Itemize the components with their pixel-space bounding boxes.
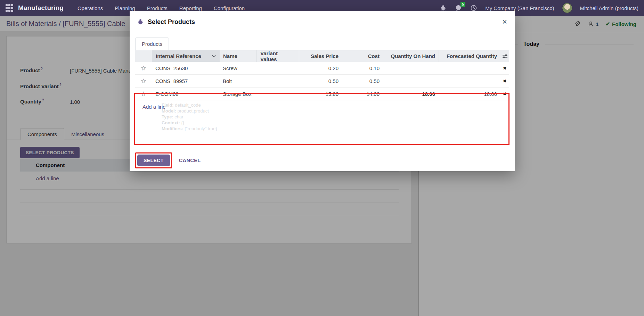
cancel-button[interactable]: CANCEL (179, 158, 201, 163)
favorite-star-icon[interactable]: ☆ (135, 64, 152, 72)
screen: Manufacturing Operations Planning Produc… (0, 0, 644, 316)
dialog-header: Select Products × (130, 11, 515, 33)
remove-row-icon[interactable]: ✖ (500, 78, 509, 84)
cell-internal-reference[interactable]: CONS_25630 (152, 65, 219, 71)
debug-bug-icon[interactable] (439, 4, 447, 12)
cell-internal-reference[interactable]: CONS_89957 (152, 78, 219, 84)
add-a-line-link[interactable]: Add a line (135, 100, 509, 113)
cell-sales-price[interactable]: 0.50 (299, 78, 342, 84)
col-cost[interactable]: Cost (342, 50, 383, 62)
select-products-dialog: Select Products × Products Internal Refe… (130, 11, 515, 171)
main-menu: Operations Planning Products Reporting C… (78, 5, 245, 11)
user-avatar[interactable] (562, 3, 572, 13)
cell-name[interactable]: Screw (219, 65, 256, 71)
cell-forecasted-quantity[interactable]: 18.00 (439, 91, 500, 97)
table-row[interactable]: ☆ CONS_25630 Screw 0.20 0.10 ✖ (135, 62, 509, 75)
company-switcher[interactable]: My Company (San Francisco) (485, 5, 554, 11)
activities-clock-icon[interactable] (470, 4, 478, 12)
dialog-tabs: Products (135, 38, 509, 50)
cell-cost[interactable]: 0.50 (342, 78, 383, 84)
cell-internal-reference[interactable]: E-COM08 (152, 91, 219, 97)
debug-bug-icon (137, 19, 144, 25)
col-sales-price[interactable]: Sales Price (299, 50, 342, 62)
menu-planning[interactable]: Planning (115, 5, 135, 11)
cell-quantity-on-hand[interactable]: 18.00 (383, 91, 439, 97)
favorite-star-icon[interactable]: ☆ (135, 90, 152, 98)
dialog-body: Products Internal Reference Name Variant… (130, 33, 515, 149)
remove-row-icon[interactable]: ✖ (500, 91, 509, 97)
dialog-title: Select Products (148, 18, 195, 26)
table-row[interactable]: ☆ CONS_89957 Bolt 0.50 0.50 ✖ (135, 75, 509, 88)
cell-name[interactable]: Storage Box (219, 91, 256, 97)
apps-menu-icon[interactable] (6, 4, 13, 12)
col-quantity-on-hand[interactable]: Quantity On Hand (383, 50, 439, 62)
message-count-badge: 5 (460, 2, 465, 7)
menu-reporting[interactable]: Reporting (179, 5, 202, 11)
products-table-header: Internal Reference Name Variant Values S… (135, 50, 509, 62)
menu-products[interactable]: Products (147, 5, 168, 11)
col-variant-values[interactable]: Variant Values (256, 50, 299, 62)
select-button[interactable]: SELECT (137, 155, 170, 166)
cell-sales-price[interactable]: 0.20 (299, 65, 342, 71)
col-forecasted-quantity[interactable]: Forecasted Quantity (439, 50, 500, 62)
col-internal-reference[interactable]: Internal Reference (152, 50, 219, 62)
remove-row-icon[interactable]: ✖ (500, 66, 509, 71)
optional-columns-sliders-icon[interactable] (500, 50, 509, 62)
cell-name[interactable]: Bolt (219, 78, 256, 84)
dialog-footer: SELECT CANCEL (130, 149, 515, 171)
star-column-header (135, 50, 152, 62)
col-name[interactable]: Name (219, 50, 256, 62)
menu-configuration[interactable]: Configuration (214, 5, 245, 11)
menu-operations[interactable]: Operations (78, 5, 103, 11)
cell-cost[interactable]: 0.10 (342, 65, 383, 71)
messages-icon[interactable]: 5 (455, 4, 462, 12)
close-icon[interactable]: × (502, 18, 507, 26)
user-menu[interactable]: Mitchell Admin (products) (580, 5, 638, 11)
app-name[interactable]: Manufacturing (18, 4, 64, 12)
sort-chevron-down-icon (212, 55, 216, 57)
cell-cost[interactable]: 14.00 (342, 91, 383, 97)
table-row[interactable]: ☆ E-COM08 Storage Box 15.80 14.00 18.00 … (135, 88, 509, 100)
cell-sales-price[interactable]: 15.80 (299, 91, 342, 97)
tab-products[interactable]: Products (135, 38, 169, 50)
favorite-star-icon[interactable]: ☆ (135, 77, 152, 85)
